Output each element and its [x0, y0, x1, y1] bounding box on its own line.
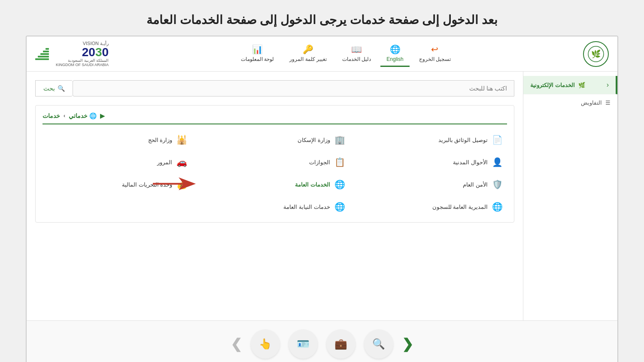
logout-icon: ↩ — [431, 44, 438, 54]
logo: 🌿 — [583, 41, 609, 67]
service-item-3[interactable]: 🕌 وزارة الحج — [43, 131, 191, 148]
english-button[interactable]: 🌐 English — [380, 41, 409, 67]
bottom-btn-person[interactable]: 💼 — [326, 329, 355, 359]
red-arrow-pointer — [153, 175, 196, 194]
sidebar-item-delegations[interactable]: ☰ التفاويض — [523, 94, 617, 111]
english-label: English — [386, 56, 403, 62]
search-input[interactable] — [73, 80, 514, 97]
bar-chart-icon — [35, 48, 49, 60]
ministry-logo: 🌿 — [583, 41, 609, 67]
prev-arrow[interactable]: ❮ — [402, 336, 413, 352]
service-item-1[interactable]: 📄 توصيل الوثائق بالبريد — [358, 131, 507, 148]
page-title: بعد الدخول إلى صفحة خدمات يرجى الدخول إل… — [0, 0, 644, 36]
service-label-6: المرور — [157, 159, 172, 166]
service-grid: 📄 توصيل الوثائق بالبريد 🏢 وزارة الإسكان … — [43, 131, 507, 215]
bottom-nav: ❮ 🔍 💼 🪪 👆 ❯ — [27, 320, 617, 362]
id-card-icon: 🪪 — [297, 338, 310, 350]
sidebar-item-electronic-services[interactable]: ‹ 🌿 الخدمات الإلكترونية — [523, 76, 617, 94]
vision-country: المملكة العربية السعودية — [56, 58, 109, 63]
fingerprint-icon: 👆 — [259, 338, 272, 350]
service-item-8[interactable]: 🌐 الخدمات العامة — [200, 176, 349, 193]
service-icon-1: 📄 — [492, 135, 503, 145]
service-label-5: الجوازات — [309, 159, 330, 166]
service-icon-10: 🌐 — [492, 202, 503, 212]
bottom-btn-id[interactable]: 🪪 — [289, 329, 318, 359]
person-money-icon: 💼 — [334, 338, 347, 350]
service-item-4[interactable]: 👤 الأحوال المدنية — [358, 154, 507, 171]
vision-year: 2030 — [56, 46, 109, 58]
doc-search-icon: 🔍 — [372, 338, 385, 350]
vision-en: KINGDOM OF SAUDI ARABIA — [56, 63, 109, 67]
search-bar: 🔍 بحث — [35, 80, 514, 97]
change-pass-label: تغيير كلمة المرور — [289, 56, 327, 62]
key-icon: 🔑 — [303, 44, 313, 54]
services-grid-container: 📄 توصيل الوثائق بالبريد 🏢 وزارة الإسكان … — [43, 131, 507, 215]
delegations-icon: ☰ — [605, 100, 611, 106]
bottom-btn-finger[interactable]: 👆 — [251, 329, 280, 359]
content-area: 🔍 بحث ▶ 🌐 خدماتي › خدمات — [27, 72, 523, 320]
svg-marker-2 — [153, 178, 196, 190]
service-label-7: الأمن العام — [463, 181, 488, 188]
logout-button[interactable]: ↩ تسجيل الخروج — [413, 41, 457, 67]
search-button[interactable]: 🔍 بحث — [35, 80, 73, 97]
vision-logo: VISION رأيـة 2030 المملكة العربية السعود… — [56, 41, 109, 67]
service-icon-4: 👤 — [492, 157, 503, 167]
service-item-2[interactable]: 🏢 وزارة الإسكان — [200, 131, 349, 148]
service-label-4: الأحوال المدنية — [453, 159, 488, 166]
dashboard-button[interactable]: 📊 لوحة المعلومات — [235, 41, 280, 67]
service-item-11[interactable]: 🌐 خدمات النيابة العامة — [200, 198, 349, 215]
services-guide-button[interactable]: 📖 دليل الخدمات — [336, 41, 377, 67]
service-icon-3: 🕌 — [176, 135, 187, 145]
chevron-icon: ‹ — [607, 81, 609, 89]
breadcrumb-services[interactable]: خدمات — [43, 112, 60, 119]
service-item-7[interactable]: 🛡️ الأمن العام — [358, 176, 507, 193]
service-icon-7: 🛡️ — [492, 179, 503, 190]
service-label-10: المديرية العامة للسجون — [432, 204, 488, 210]
breadcrumb-separator: › — [64, 113, 65, 119]
service-icon-5: 📋 — [334, 157, 345, 167]
sidebar: ‹ 🌿 الخدمات الإلكترونية ☰ التفاويض — [523, 72, 617, 320]
service-label-11: خدمات النيابة العامة — [283, 204, 330, 210]
bottom-btn-doc[interactable]: 🔍 — [364, 329, 393, 359]
browser-frame: 🌿 ↩ تسجيل الخروج 🌐 English 📖 دليل الخدما… — [26, 36, 618, 362]
next-arrow[interactable]: ❯ — [231, 336, 242, 352]
logout-label: تسجيل الخروج — [419, 56, 451, 62]
service-label-1: توصيل الوثائق بالبريد — [438, 137, 488, 143]
service-item-5[interactable]: 📋 الجوازات — [200, 154, 349, 171]
service-icon-11: 🌐 — [334, 202, 345, 212]
breadcrumb-khedamati[interactable]: 🌐 خدماتي — [69, 112, 97, 119]
header: 🌿 ↩ تسجيل الخروج 🌐 English 📖 دليل الخدما… — [27, 36, 617, 72]
search-label: بحث — [43, 85, 55, 92]
service-label-3: وزارة الحج — [148, 137, 173, 143]
guide-icon: 📖 — [351, 44, 362, 54]
service-icon-8: 🌐 — [334, 179, 345, 190]
service-label-8: الخدمات العامة — [295, 181, 330, 188]
search-icon: 🔍 — [58, 85, 65, 92]
service-item-6[interactable]: 🚗 المرور — [43, 154, 191, 171]
e-services-icon: 🌿 — [578, 82, 585, 88]
services-panel: ▶ 🌐 خدماتي › خدمات 📄 — [35, 105, 514, 223]
header-nav: ↩ تسجيل الخروج 🌐 English 📖 دليل الخدمات … — [235, 41, 457, 67]
sidebar-electronic-services-label: الخدمات الإلكترونية — [530, 82, 575, 88]
service-label-2: وزارة الإسكان — [298, 137, 330, 143]
dashboard-icon: 📊 — [252, 44, 263, 54]
svg-text:🌿: 🌿 — [591, 49, 601, 59]
services-guide-label: دليل الخدمات — [342, 56, 371, 62]
globe-small-icon: 🌐 — [89, 112, 97, 119]
sidebar-delegations-label: التفاويض — [581, 100, 602, 106]
dashboard-label: لوحة المعلومات — [241, 56, 274, 62]
service-icon-2: 🏢 — [334, 135, 345, 145]
breadcrumb: ▶ 🌐 خدماتي › خدمات — [43, 112, 507, 124]
service-icon-6: 🚗 — [176, 157, 187, 167]
service-item-10[interactable]: 🌐 المديرية العامة للسجون — [358, 198, 507, 215]
change-password-button[interactable]: 🔑 تغيير كلمة المرور — [283, 41, 333, 67]
main-layout: ‹ 🌿 الخدمات الإلكترونية ☰ التفاويض 🔍 بحث — [27, 72, 617, 320]
breadcrumb-arrow: ▶ — [100, 112, 105, 119]
vision-logo-area: VISION رأيـة 2030 المملكة العربية السعود… — [35, 41, 109, 67]
globe-icon: 🌐 — [390, 44, 401, 54]
